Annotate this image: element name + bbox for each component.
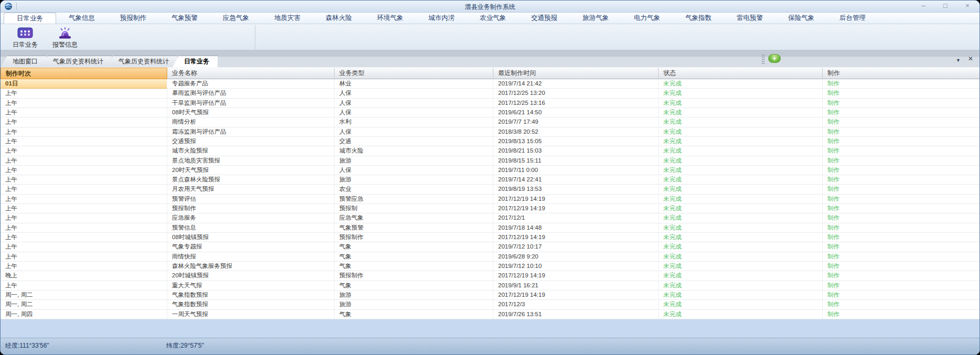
table-cell: 上午 bbox=[1, 156, 167, 166]
menu-item-5[interactable]: 应急气象 bbox=[210, 13, 262, 24]
table-row: 上午城市火险预报城市火险2019/8/21 15:03未完成制作 bbox=[1, 146, 979, 156]
table-cell: 预报制作 bbox=[335, 233, 493, 242]
table-cell: 干旱监测与评估产品 bbox=[167, 99, 335, 108]
make-link[interactable]: 制作 bbox=[823, 242, 979, 252]
doc-tab-4[interactable]: 日常业务 bbox=[173, 56, 218, 67]
table-cell: 2019/9/1 16:21 bbox=[493, 281, 659, 291]
make-link[interactable]: 制作 bbox=[823, 204, 979, 213]
table-row: 上午08时城镇预报预报制作2017/12/19 14:19未完成制作 bbox=[1, 233, 979, 242]
table-cell: 专题服务产品 bbox=[167, 79, 335, 89]
column-header-6[interactable]: 制作 bbox=[823, 68, 980, 79]
make-link[interactable]: 制作 bbox=[823, 108, 979, 117]
make-link[interactable]: 制作 bbox=[823, 213, 979, 223]
table-cell: 20时城镇预报 bbox=[167, 271, 335, 281]
table-body: 01日专题服务产品林业2019/7/14 21:42未完成制作上午暴雨监测与评估… bbox=[1, 79, 979, 319]
table-row: 上午月农用天气预报农业2019/8/19 13:53未完成制作 bbox=[1, 185, 979, 194]
table-row: 上午交通预报交通2019/8/13 15:05未完成制作 bbox=[1, 137, 979, 146]
menu-item-2[interactable]: 气象信息 bbox=[56, 13, 107, 24]
menu-item-12[interactable]: 旅游气象 bbox=[570, 13, 621, 24]
column-header-2[interactable]: 业务名称 bbox=[167, 68, 335, 79]
make-link[interactable]: 制作 bbox=[823, 223, 979, 233]
make-link[interactable]: 制作 bbox=[823, 166, 979, 175]
make-link[interactable]: 制作 bbox=[823, 127, 979, 137]
column-header-4[interactable]: 最近制作时间 bbox=[493, 68, 659, 79]
menu-item-3[interactable]: 预报制作 bbox=[107, 13, 159, 24]
table-cell: 旅游 bbox=[335, 175, 493, 185]
table-cell: 2019/8/21 15:03 bbox=[493, 146, 659, 156]
status-text: 未完成 bbox=[659, 300, 823, 309]
make-link[interactable]: 制作 bbox=[823, 117, 979, 127]
minimize-button[interactable]: – bbox=[917, 2, 930, 10]
table-cell: 上午 bbox=[1, 233, 167, 242]
table-cell: 气象 bbox=[335, 281, 493, 291]
status-text: 未完成 bbox=[659, 281, 823, 291]
tab-close-button[interactable]: ✕ bbox=[968, 55, 973, 64]
column-header-3[interactable]: 业务类型 bbox=[335, 68, 493, 79]
table-cell: 2017/12/3 bbox=[493, 300, 659, 309]
table-cell: 2017/12/19 14:19 bbox=[493, 195, 659, 204]
make-link[interactable]: 制作 bbox=[823, 233, 979, 242]
menu-item-17[interactable]: 后台管理 bbox=[827, 13, 878, 24]
status-text: 未完成 bbox=[659, 185, 823, 194]
menu-item-8[interactable]: 环境气象 bbox=[364, 13, 416, 24]
table-row: 上午预报制作预报制2017/12/19 14:19未完成制作 bbox=[1, 204, 979, 213]
menu-item-1[interactable]: 日常业务 bbox=[4, 13, 56, 24]
table-row: 上午霜冻监测与评估产品人保2018/3/8 20:52未完成制作 bbox=[1, 127, 979, 137]
column-header-5[interactable]: 状态 bbox=[659, 68, 823, 79]
menu-item-4[interactable]: 气象预警 bbox=[159, 13, 210, 24]
table-cell: 暴雨监测与评估产品 bbox=[167, 89, 335, 98]
menu-item-13[interactable]: 电力气象 bbox=[621, 13, 673, 24]
make-link[interactable]: 制作 bbox=[823, 156, 979, 166]
menu-item-11[interactable]: 交通预报 bbox=[519, 13, 570, 24]
menu-item-16[interactable]: 保险气象 bbox=[776, 13, 827, 24]
make-link[interactable]: 制作 bbox=[823, 281, 979, 291]
make-link[interactable]: 制作 bbox=[823, 195, 979, 204]
tab-list-dropdown-button[interactable]: ▼ bbox=[956, 55, 961, 64]
title-bar: 澧县业务制作系统 – □ × bbox=[1, 1, 979, 13]
make-link[interactable]: 制作 bbox=[823, 291, 979, 300]
ribbon: 日常业务 报警信息 bbox=[1, 24, 979, 50]
make-link[interactable]: 制作 bbox=[823, 185, 979, 194]
make-link[interactable]: 制作 bbox=[823, 271, 979, 281]
table-cell: 2017/12/19 14:19 bbox=[493, 291, 659, 300]
doc-tab-1[interactable]: 地图窗口 bbox=[1, 56, 46, 67]
maximize-button[interactable]: □ bbox=[939, 2, 952, 10]
tab-grip-handle[interactable] bbox=[762, 55, 764, 64]
menu-item-9[interactable]: 城市内涝 bbox=[416, 13, 467, 24]
add-tab-button[interactable]: + bbox=[768, 54, 781, 63]
table-cell: 气象 bbox=[335, 262, 493, 271]
table-cell: 2019/7/11 0:00 bbox=[493, 166, 659, 175]
table-cell: 2019/8/19 13:53 bbox=[493, 185, 659, 194]
status-text: 未完成 bbox=[659, 156, 823, 166]
make-link[interactable]: 制作 bbox=[823, 300, 979, 309]
status-text: 未完成 bbox=[659, 291, 823, 300]
table-cell: 2017/12/19 14:19 bbox=[493, 233, 659, 242]
menu-item-15[interactable]: 雷电预警 bbox=[724, 13, 776, 24]
doc-tab-2[interactable]: 气象历史资料统计 bbox=[41, 56, 112, 67]
make-link[interactable]: 制作 bbox=[823, 262, 979, 271]
status-text: 未完成 bbox=[659, 213, 823, 223]
menu-item-7[interactable]: 森林火险 bbox=[313, 13, 364, 24]
menu-item-14[interactable]: 气象指数 bbox=[673, 13, 724, 24]
ribbon-alarm-info-button[interactable]: 报警信息 bbox=[47, 25, 83, 49]
ribbon-daily-business-button[interactable]: 日常业务 bbox=[7, 25, 44, 49]
status-text: 未完成 bbox=[659, 223, 823, 233]
grid-empty-area bbox=[1, 319, 979, 338]
make-link[interactable]: 制作 bbox=[823, 252, 979, 262]
status-text: 未完成 bbox=[659, 271, 823, 281]
column-header-1[interactable]: 制作时次 bbox=[1, 68, 167, 79]
make-link[interactable]: 制作 bbox=[823, 146, 979, 156]
close-button[interactable]: × bbox=[961, 2, 974, 10]
make-link[interactable]: 制作 bbox=[823, 137, 979, 146]
table-cell: 2019/8/13 15:05 bbox=[493, 137, 659, 146]
menu-item-6[interactable]: 地质灾害 bbox=[262, 13, 313, 24]
make-link[interactable]: 制作 bbox=[823, 99, 979, 108]
menu-item-10[interactable]: 农业气象 bbox=[467, 13, 519, 24]
make-link[interactable]: 制作 bbox=[823, 310, 979, 319]
make-link[interactable]: 制作 bbox=[823, 79, 979, 89]
table-cell: 2019/7/7 17:49 bbox=[493, 117, 659, 127]
make-link[interactable]: 制作 bbox=[823, 89, 979, 98]
table-cell: 雨情分析 bbox=[167, 117, 335, 127]
doc-tab-3[interactable]: 气象历史资料统计 bbox=[107, 56, 177, 67]
make-link[interactable]: 制作 bbox=[823, 175, 979, 185]
